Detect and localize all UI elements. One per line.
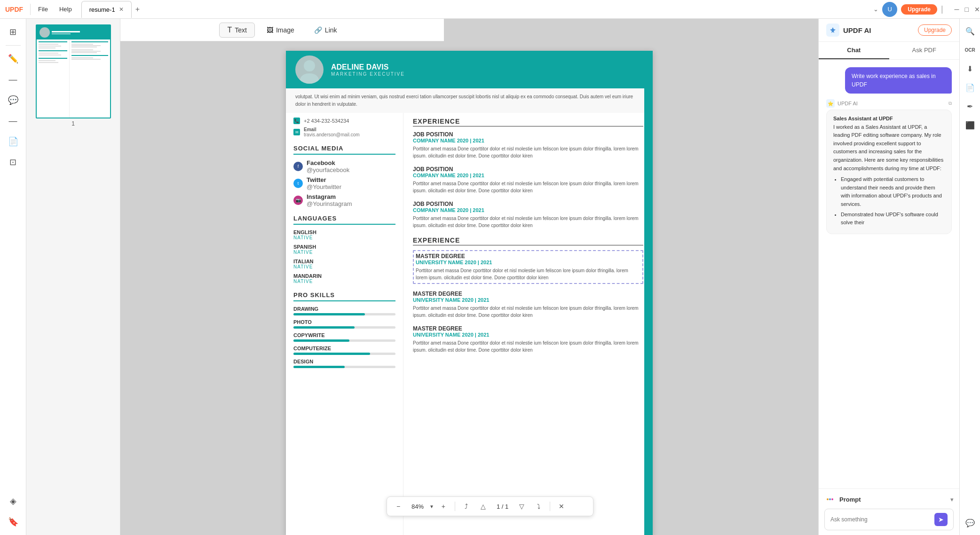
toolbar-image-btn[interactable]: 🖼 Image bbox=[259, 23, 302, 37]
social-media-title: SOCIAL MEDIA bbox=[293, 145, 395, 155]
prompt-icon bbox=[824, 494, 836, 505]
ai-copy-icon[interactable]: ⧉ bbox=[948, 101, 952, 106]
prompt-chevron-icon[interactable]: ▾ bbox=[950, 496, 954, 503]
prev-page-btn[interactable]: △ bbox=[476, 499, 491, 514]
zoom-out-btn[interactable]: − bbox=[391, 499, 406, 514]
zoom-in-btn[interactable]: + bbox=[436, 499, 451, 514]
toolbar-text-btn[interactable]: T Text bbox=[219, 23, 254, 38]
far-ocr-icon[interactable]: OCR bbox=[962, 41, 979, 58]
ai-bot-message: Sales Assistant at UPDF I worked as a Sa… bbox=[826, 110, 952, 234]
resume-right-col: EXPERIENCE JOB POSITION COMPANY NAME 202… bbox=[403, 113, 653, 535]
first-page-btn[interactable]: ⤴ bbox=[459, 499, 474, 514]
edu-3-degree: MASTER DEGREE bbox=[413, 325, 643, 332]
far-sign-icon[interactable]: ✒ bbox=[962, 98, 979, 115]
edu-3-school: UNIVERSITY NAME 2020 | 2021 bbox=[413, 332, 643, 338]
close-btn[interactable]: ✕ bbox=[554, 499, 569, 514]
sidebar-icon-grid[interactable]: ⊡ bbox=[4, 153, 23, 172]
resume-page: ADELINE DAVIS MARKETING EXECUTIVE volutp… bbox=[286, 51, 653, 526]
job-1-desc: Porttitor amet massa Done cporttitor dol… bbox=[413, 145, 643, 159]
upgrade-button[interactable]: Upgrade bbox=[901, 4, 937, 15]
skill-bar-computerize bbox=[293, 353, 395, 355]
ai-upgrade-button[interactable]: Upgrade bbox=[918, 24, 952, 36]
far-extract-icon[interactable]: ⬇ bbox=[962, 60, 979, 77]
edu-3: MASTER DEGREE UNIVERSITY NAME 2020 | 202… bbox=[413, 325, 643, 354]
lang-italian: ITALIAN NATIVE bbox=[293, 259, 395, 269]
tab-add-icon[interactable]: + bbox=[132, 3, 143, 16]
phone-icon: 📞 bbox=[293, 118, 300, 124]
tab-close-icon[interactable]: ✕ bbox=[119, 6, 124, 13]
sidebar-icon-minus2[interactable]: — bbox=[4, 111, 23, 130]
edit-toolbar: T Text 🖼 Image 🔗 Link bbox=[120, 19, 444, 41]
sidebar-icon-layers[interactable]: ◈ bbox=[4, 492, 23, 511]
edu-1[interactable]: MASTER DEGREE UNIVERSITY NAME 2020 | 202… bbox=[413, 250, 643, 284]
tab-dropdown-icon[interactable]: ⌄ bbox=[873, 6, 878, 13]
resume-left-col: 📞 +2 434-232-534234 ✉ Email travis.ander… bbox=[286, 113, 403, 535]
ai-bot-header: ⭐ UPDF AI ⧉ bbox=[826, 99, 952, 108]
ai-bullet-2: Demonstrated how UPDF's software could s… bbox=[841, 211, 945, 227]
thumbnail-image bbox=[36, 24, 111, 118]
sidebar-icon-comment[interactable]: 💬 bbox=[4, 91, 23, 110]
zoom-level: 84% bbox=[408, 503, 427, 510]
titlebar-divider bbox=[30, 4, 31, 15]
resume-intro-text: volutpat. Ut wisi enim ad minim veniam, … bbox=[295, 93, 643, 108]
email-block: Email travis.anderson@mail.com bbox=[304, 127, 360, 137]
thumbnail-panel: 1 bbox=[26, 19, 120, 535]
toolbar-link-btn[interactable]: 🔗 Link bbox=[306, 23, 345, 37]
education-title: EXPERIENCE bbox=[413, 236, 643, 245]
next-page-btn[interactable]: ▽ bbox=[514, 499, 529, 514]
ai-response-list: Engaged with potential customers to unde… bbox=[833, 175, 945, 227]
far-redact-icon[interactable]: ⬛ bbox=[962, 117, 979, 134]
facebook-label: Facebook bbox=[307, 159, 349, 166]
job-3-desc: Porttitor amet massa Done cporttitor dol… bbox=[413, 215, 643, 229]
ai-response-title: Sales Assistant at UPDF bbox=[833, 116, 893, 121]
far-convert-icon[interactable]: 📄 bbox=[962, 79, 979, 96]
sidebar-icon-pages[interactable]: ⊞ bbox=[4, 23, 23, 41]
menu-help[interactable]: Help bbox=[54, 4, 78, 15]
tab-chat[interactable]: Chat bbox=[819, 42, 889, 59]
toolbar-link-label: Link bbox=[325, 26, 337, 34]
zoom-dropdown-icon[interactable]: ▼ bbox=[429, 504, 434, 509]
tab-resume[interactable]: resume-1 ✕ bbox=[81, 1, 132, 18]
job-2-desc: Porttitor amet massa Done cporttitor dol… bbox=[413, 180, 643, 194]
link-icon: 🔗 bbox=[314, 26, 322, 34]
ai-response-text: I worked as a Sales Assistant at UPDF, a… bbox=[833, 124, 943, 171]
image-icon: 🖼 bbox=[267, 26, 273, 34]
skill-copywrite: COPYWRITE bbox=[293, 332, 395, 342]
minimize-icon[interactable]: ─ bbox=[955, 6, 959, 13]
far-chat-icon[interactable]: 💬 bbox=[962, 514, 979, 531]
sidebar-icon-bookmark[interactable]: 🔖 bbox=[4, 512, 23, 531]
app-body: ⊞ ✏️ — 💬 — 📄 ⊡ ◈ 🔖 bbox=[0, 0, 980, 535]
tab-ask-pdf[interactable]: Ask PDF bbox=[889, 42, 960, 59]
skill-fill-computerize bbox=[293, 353, 370, 355]
job-1-title: JOB POSITION bbox=[413, 131, 643, 138]
skill-fill-design bbox=[293, 366, 345, 368]
app-logo: UPDF bbox=[0, 6, 28, 13]
svg-point-0 bbox=[304, 60, 315, 71]
sidebar-icon-pages2[interactable]: 📄 bbox=[4, 132, 23, 151]
page-divider bbox=[550, 502, 550, 511]
resume-name: ADELINE DAVIS bbox=[331, 63, 405, 71]
far-search-icon[interactable]: 🔍 bbox=[962, 23, 979, 39]
toolbar-text-label: Text bbox=[235, 26, 247, 34]
pro-skills-title: PRO SKILLS bbox=[293, 291, 395, 301]
skill-bar-drawing bbox=[293, 313, 395, 315]
close-icon[interactable]: ✕ bbox=[974, 6, 980, 13]
sidebar-icon-minus[interactable]: — bbox=[4, 70, 23, 89]
teal-accent bbox=[644, 88, 653, 535]
ai-ask-input[interactable] bbox=[830, 516, 931, 523]
edu-1-degree: MASTER DEGREE bbox=[416, 253, 640, 260]
sidebar-icon-edit[interactable]: ✏️ bbox=[4, 49, 23, 68]
user-avatar[interactable]: U bbox=[882, 2, 897, 17]
last-page-btn[interactable]: ⤵ bbox=[531, 499, 546, 514]
tab-label: resume-1 bbox=[89, 6, 115, 13]
ai-send-button[interactable]: ➤ bbox=[934, 513, 948, 526]
menu-file[interactable]: File bbox=[32, 4, 54, 15]
job-2-company: COMPANY NAME 2020 | 2021 bbox=[413, 173, 643, 178]
thumbnail-page-1[interactable]: 1 bbox=[36, 24, 111, 127]
resume-header: ADELINE DAVIS MARKETING EXECUTIVE bbox=[286, 51, 653, 88]
ai-logo: UPDF AI bbox=[826, 24, 871, 37]
maximize-icon[interactable]: □ bbox=[965, 6, 969, 13]
skill-fill-copywrite bbox=[293, 339, 349, 342]
edu-2: MASTER DEGREE UNIVERSITY NAME 2020 | 202… bbox=[413, 291, 643, 319]
svg-point-4 bbox=[831, 498, 833, 500]
